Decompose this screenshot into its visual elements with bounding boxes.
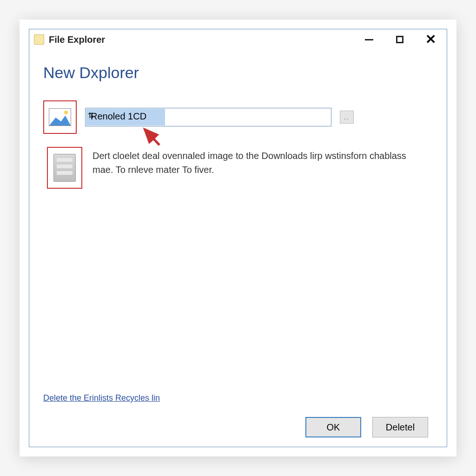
name-input-wrap: ⇅ Renoled 1CD (85, 108, 331, 126)
browse-button[interactable]: .. (340, 111, 354, 124)
highlighted-server-icon-box (47, 147, 82, 189)
window-controls: ✕ (362, 33, 437, 46)
dialog-window: File Explorer ✕ New Dxplorer ⇅ Renoled 1… (29, 29, 447, 447)
app-icon (34, 34, 44, 45)
arrow-annotation-icon (141, 126, 169, 150)
spacer (43, 189, 433, 393)
input-marker-icon: ⇅ (88, 111, 94, 120)
input-row: ⇅ Renoled 1CD .. (43, 100, 433, 134)
maximize-button[interactable] (393, 33, 407, 46)
server-icon (53, 154, 76, 182)
dialog-content: New Dxplorer ⇅ Renoled 1CD (29, 50, 447, 447)
highlighted-picture-icon-box (43, 100, 77, 134)
window-shadow-wrap: File Explorer ✕ New Dxplorer ⇅ Renoled 1… (20, 20, 456, 456)
minimize-button[interactable] (362, 33, 376, 46)
dialog-footer: OK Deletel (43, 417, 433, 437)
picture-icon (49, 108, 71, 126)
description-text: Dert cloelet deal ovennaled image to the… (93, 147, 409, 177)
minimize-icon (365, 39, 373, 40)
window-title: File Explorer (49, 34, 362, 45)
recycle-link[interactable]: Delete the Erinlists Recycles lin (43, 393, 433, 403)
titlebar[interactable]: File Explorer ✕ (29, 29, 447, 50)
ok-button[interactable]: OK (305, 417, 361, 437)
maximize-icon (396, 36, 403, 43)
delete-button[interactable]: Deletel (372, 417, 428, 437)
close-icon: ✕ (425, 33, 436, 46)
dialog-heading: New Dxplorer (43, 64, 433, 82)
svg-line-0 (145, 129, 159, 145)
selection-highlight (86, 109, 165, 126)
description-row: Dert cloelet deal ovennaled image to the… (47, 147, 433, 189)
close-button[interactable]: ✕ (423, 33, 437, 46)
